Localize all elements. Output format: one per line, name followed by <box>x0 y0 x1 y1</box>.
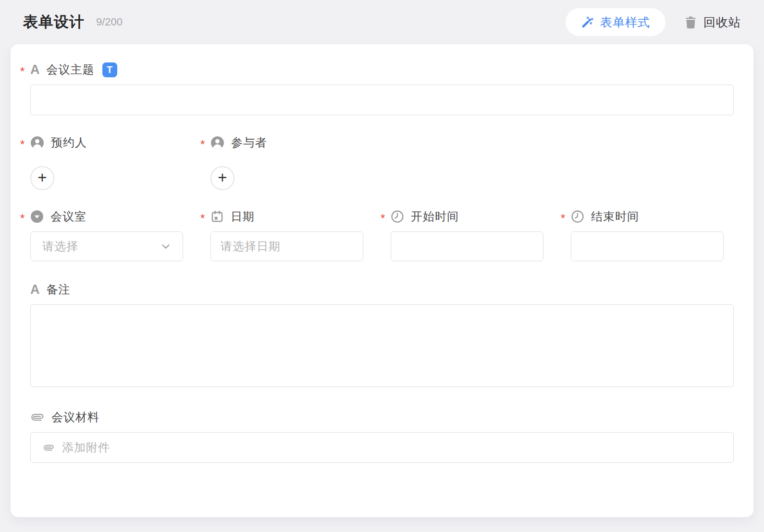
field-meeting-room: * 会议室 请选择 <box>30 209 183 261</box>
chevron-down-icon <box>160 240 172 253</box>
meeting-topic-input[interactable] <box>30 85 734 115</box>
booker-label-row: * 预约人 <box>30 135 183 150</box>
end-time-input[interactable] <box>571 231 724 261</box>
form-style-button[interactable]: 表单样式 <box>566 8 665 36</box>
field-meeting-topic: * A 会议主题 T <box>30 62 734 135</box>
paperclip-icon <box>43 442 55 454</box>
date-label: 日期 <box>231 209 255 224</box>
trash-icon <box>685 16 697 29</box>
form-canvas: * A 会议主题 T * <box>11 44 753 517</box>
start-time-label: 开始时间 <box>411 209 459 224</box>
form-style-label: 表单样式 <box>600 14 650 30</box>
required-asterisk: * <box>20 139 25 150</box>
text-field-icon: A <box>30 63 40 76</box>
field-count: 9/200 <box>96 16 123 28</box>
field-remarks: A 备注 <box>30 282 734 410</box>
participants-label-row: * 参与者 <box>210 135 363 150</box>
required-asterisk: * <box>200 139 205 150</box>
add-participant-button[interactable]: + <box>210 166 234 190</box>
date-label-row: * 日期 <box>210 209 363 224</box>
materials-label-row: 会议材料 <box>30 410 734 424</box>
recycle-bin-label: 回收站 <box>703 14 741 30</box>
required-asterisk: * <box>381 213 385 224</box>
recycle-bin-button[interactable]: 回收站 <box>685 14 741 30</box>
add-attachment-label: 添加附件 <box>62 440 110 455</box>
person-icon <box>210 136 224 150</box>
add-booker-button[interactable]: + <box>30 166 54 190</box>
page-title: 表单设计 <box>23 12 85 32</box>
materials-label: 会议材料 <box>51 410 99 425</box>
required-asterisk: * <box>20 213 25 224</box>
participants-label: 参与者 <box>231 135 267 150</box>
clock-icon <box>571 210 584 223</box>
remarks-label-row: A 备注 <box>30 282 734 297</box>
meeting-room-select[interactable]: 请选择 <box>30 231 183 261</box>
spacer <box>210 157 363 166</box>
end-time-label: 结束时间 <box>591 209 639 224</box>
field-start-time: * 开始时间 <box>391 209 543 261</box>
dropdown-circle-icon <box>30 210 44 223</box>
date-input[interactable] <box>210 231 363 261</box>
start-time-label-row: * 开始时间 <box>391 209 543 224</box>
paperclip-icon <box>30 410 45 424</box>
person-icon <box>30 136 44 150</box>
field-date: * 日期 <box>210 209 363 261</box>
remarks-label: 备注 <box>47 282 71 297</box>
header: 表单设计 9/200 表单样式 回收站 <box>0 0 764 44</box>
empty-cell <box>391 135 543 190</box>
end-time-label-row: * 结束时间 <box>571 209 724 224</box>
schedule-row: * 会议室 请选择 * <box>30 209 734 261</box>
required-asterisk: * <box>20 66 25 77</box>
field-materials: 会议材料 添加附件 <box>30 410 734 463</box>
empty-cell <box>571 135 724 190</box>
required-asterisk: * <box>200 213 205 224</box>
field-booker: * 预约人 + <box>30 135 183 190</box>
calendar-icon <box>210 210 224 223</box>
field-participants: * 参与者 + <box>210 135 363 190</box>
magic-wand-icon <box>581 16 594 29</box>
meeting-topic-label-row: * A 会议主题 T <box>30 62 734 77</box>
add-attachment-box[interactable]: 添加附件 <box>30 432 734 463</box>
meeting-room-label: 会议室 <box>50 209 86 224</box>
field-end-time: * 结束时间 <box>571 209 724 261</box>
remarks-textarea[interactable] <box>30 304 734 387</box>
text-field-icon: A <box>30 283 40 296</box>
people-row: * 预约人 + * <box>30 135 734 190</box>
meeting-room-label-row: * 会议室 <box>30 209 183 224</box>
start-time-input[interactable] <box>391 231 543 261</box>
text-type-badge: T <box>102 62 117 77</box>
clock-icon <box>391 210 404 223</box>
required-asterisk: * <box>561 213 565 224</box>
meeting-room-placeholder: 请选择 <box>42 239 78 254</box>
spacer <box>30 157 183 166</box>
booker-label: 预约人 <box>51 135 87 150</box>
meeting-topic-label: 会议主题 <box>47 62 95 77</box>
plus-icon: + <box>37 169 47 185</box>
plus-icon: + <box>218 169 227 185</box>
